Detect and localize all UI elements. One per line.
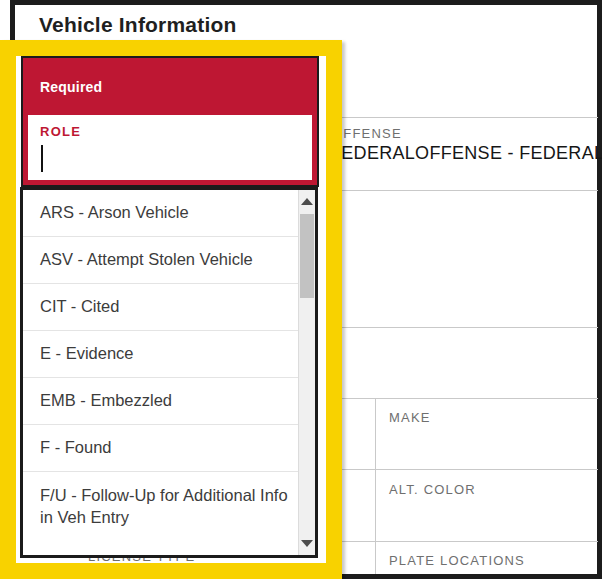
role-option[interactable]: ASV - Attempt Stolen Vehicle [23, 237, 298, 284]
offense-label: OFFENSE [332, 126, 402, 141]
role-combobox: Required ROLE [23, 58, 317, 185]
make-field[interactable]: MAKE [376, 398, 597, 469]
role-options-list: ARS - Arson VehicleASV - Attempt Stolen … [23, 190, 298, 555]
required-badge: Required [23, 58, 317, 115]
offense-value: FEDERALOFFENSE - FEDERAL [330, 143, 602, 164]
page-title: Vehicle Information [39, 13, 237, 37]
make-label: MAKE [389, 410, 431, 425]
scroll-down-icon[interactable] [301, 540, 313, 547]
alt-color-field[interactable]: ALT. COLOR [376, 469, 597, 541]
scrollbar[interactable] [298, 190, 315, 555]
divider [330, 327, 598, 328]
role-option[interactable]: CIT - Cited [23, 284, 298, 331]
role-options-popup: ARS - Arson VehicleASV - Attempt Stolen … [20, 187, 318, 558]
scrollbar-thumb[interactable] [300, 214, 314, 298]
alt-color-label: ALT. COLOR [389, 482, 476, 497]
role-input[interactable]: ROLE [23, 115, 317, 185]
role-option[interactable]: F/U - Follow-Up for Additional Info in V… [23, 472, 298, 542]
divider [330, 190, 598, 191]
plate-locations-field[interactable]: PLATE LOCATIONS [376, 541, 597, 574]
role-option[interactable]: E - Evidence [23, 331, 298, 378]
scroll-up-icon[interactable] [301, 198, 313, 205]
role-option[interactable]: EMB - Embezzled [23, 378, 298, 425]
role-option[interactable]: ARS - Arson Vehicle [23, 190, 298, 237]
text-cursor [41, 145, 43, 172]
role-input-label: ROLE [40, 124, 81, 139]
plate-locations-label: PLATE LOCATIONS [389, 553, 525, 568]
role-option[interactable]: F - Found [23, 425, 298, 472]
divider [330, 117, 598, 118]
required-badge-text: Required [40, 79, 102, 95]
